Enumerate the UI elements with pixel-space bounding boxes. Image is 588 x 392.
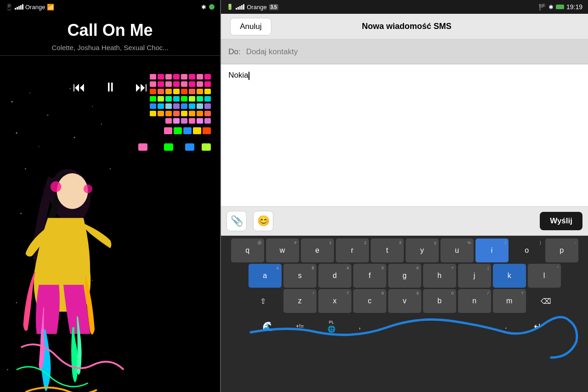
key-f[interactable]: 5f [353, 264, 386, 288]
svg-point-9 [25, 168, 26, 170]
right-carrier: Orange [247, 4, 266, 11]
keyboard-row-4: 🌊 +!= PL 🌐 , . ↵ [223, 314, 586, 338]
svg-point-21 [57, 173, 88, 209]
key-a[interactable]: &a [249, 264, 282, 288]
keyboard-row-3: ⇧ !z 7x 8c 9v 0b /n ?m ⌫ [223, 289, 586, 313]
key-g[interactable]: 6g [388, 264, 421, 288]
key-b[interactable]: 0b [423, 289, 456, 313]
key-i[interactable]: (i [475, 239, 509, 262]
key-o[interactable]: )o [510, 239, 543, 262]
key-q[interactable]: @q [231, 239, 264, 262]
flag-icon: 🏴 [538, 3, 546, 11]
svg-point-5 [16, 132, 17, 134]
lang-key[interactable]: PL 🌐 [317, 314, 346, 338]
recipient-input[interactable] [246, 47, 581, 57]
left-status-bar: 📱 Orange 📶 ✱ [0, 0, 220, 14]
key-z[interactable]: !z [283, 289, 317, 313]
key-d[interactable]: 4d [318, 264, 351, 288]
left-status-left: 📱 Orange 📶 [6, 4, 54, 11]
key-r[interactable]: 2r [336, 239, 369, 262]
cancel-button[interactable]: Anuluj [230, 18, 271, 35]
keyboard-container: @q #w 1e 2r 3t yy %u (i )o -p &a $s 4d 5… [221, 236, 588, 392]
swipe-key[interactable]: 🌊 [253, 314, 283, 338]
right-status-bar: 🔋 Orange 3.5 🏴 ✱ 19:19 [221, 0, 588, 14]
svg-point-14 [92, 280, 93, 281]
paperclip-icon: 📎 [231, 215, 243, 227]
svg-point-8 [101, 124, 102, 125]
svg-point-19 [7, 369, 8, 370]
key-c[interactable]: 8c [353, 289, 386, 313]
delete-key[interactable]: ⌫ [528, 289, 565, 313]
music-player-panel: 📱 Orange 📶 ✱ Call On Me Colette, Joshua … [0, 0, 220, 392]
bt-dot [209, 4, 215, 10]
right-status-right: 🏴 ✱ 19:19 [538, 3, 582, 11]
right-screen-icon: 🔋 [226, 4, 233, 10]
sms-panel: 🔋 Orange 3.5 🏴 ✱ 19:19 Anuluj Nowa wiado… [221, 0, 588, 392]
key-y[interactable]: yy [406, 239, 439, 262]
keyboard: @q #w 1e 2r 3t yy %u (i )o -p &a $s 4d 5… [221, 236, 588, 392]
key-e[interactable]: 1e [301, 239, 334, 262]
battery-icon [556, 5, 564, 9]
keyboard-row-2: &a $s 4d 5f 6g +h jj ;k "l [223, 264, 586, 288]
svg-point-18 [110, 168, 111, 169]
svg-point-22 [51, 181, 61, 192]
special-key[interactable]: +!= [285, 314, 315, 338]
invaders-art [119, 74, 211, 235]
keyboard-row-1: @q #w 1e 2r 3t yy %u (i )o -p [223, 239, 586, 262]
key-s[interactable]: $s [283, 264, 317, 288]
song-title: Call On Me [0, 14, 220, 42]
svg-point-23 [84, 184, 92, 193]
svg-point-7 [74, 137, 75, 138]
song-artist: Colette, Joshua Heath, Sexual Choc... [0, 42, 220, 55]
key-u[interactable]: %u [441, 239, 474, 262]
bluetooth-right-icon: ✱ [548, 4, 554, 11]
prev-button[interactable]: ⏮ [73, 81, 85, 94]
wifi-icon: 📶 [47, 4, 54, 11]
key-v[interactable]: 9v [388, 289, 421, 313]
message-text: Nokia [228, 71, 248, 80]
shift-key[interactable]: ⇧ [245, 289, 282, 313]
sms-title: Nowa wiadomość SMS [362, 22, 452, 31]
key-p[interactable]: -p [545, 239, 578, 262]
emoji-button[interactable]: 😊 [253, 211, 273, 231]
key-k[interactable]: ;k [493, 264, 526, 288]
enter-key[interactable]: ↵ [519, 314, 556, 338]
attach-button[interactable]: 📎 [226, 211, 247, 231]
key-j[interactable]: jj [458, 264, 491, 288]
clock: 19:19 [566, 3, 582, 11]
text-cursor [249, 72, 249, 80]
album-art [0, 56, 220, 392]
space-key[interactable] [373, 314, 492, 338]
left-status-right: ✱ [201, 4, 215, 11]
smiley-icon: 😊 [257, 215, 270, 227]
comma-key[interactable]: , [348, 314, 371, 338]
right-signal-bars [236, 4, 244, 10]
period-key[interactable]: . [494, 314, 517, 338]
svg-point-0 [11, 101, 13, 102]
message-body[interactable]: Nokia [221, 64, 588, 206]
screen-icon: 📱 [6, 4, 13, 11]
key-n[interactable]: /n [458, 289, 491, 313]
bluetooth-icon: ✱ [201, 4, 206, 11]
signal-bars [15, 4, 23, 10]
player-controls: ⏮ ⏸ ⏭ [0, 74, 220, 97]
left-carrier: Orange [25, 4, 45, 11]
svg-point-4 [92, 106, 93, 107]
key-x[interactable]: 7x [318, 289, 351, 313]
svg-point-6 [39, 146, 40, 147]
next-button[interactable]: ⏭ [135, 81, 148, 94]
svg-point-2 [47, 114, 49, 116]
key-m[interactable]: ?m [493, 289, 526, 313]
to-label: Do: [228, 47, 240, 57]
svg-point-15 [16, 302, 17, 303]
key-h[interactable]: +h [423, 264, 456, 288]
key-l[interactable]: "l [528, 264, 561, 288]
pause-button[interactable]: ⏸ [104, 81, 117, 94]
sms-header: Anuluj Nowa wiadomość SMS [221, 14, 588, 40]
send-button[interactable]: Wyślij [540, 212, 582, 230]
key-w[interactable]: #w [266, 239, 299, 262]
to-row: Do: [221, 40, 588, 64]
svg-point-11 [20, 213, 22, 214]
right-status-left: 🔋 Orange 3.5 [226, 4, 278, 11]
key-t[interactable]: 3t [371, 239, 404, 262]
